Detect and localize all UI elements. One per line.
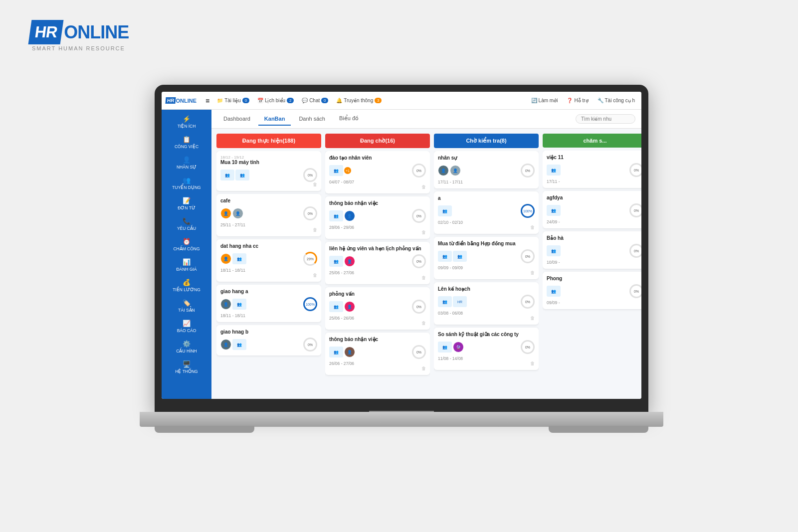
sidebar-item-danh-gia[interactable]: 📊 ĐÁNH GIÁ	[162, 255, 211, 275]
card-delete-btn[interactable]: 🗑	[220, 273, 317, 278]
sidebar-item-cham-cong[interactable]: ⏰ CHẤM CÔNG	[162, 234, 211, 255]
sidebar-item-yeu-cau[interactable]: 📞 YÊU CẦU	[162, 214, 211, 234]
group-icon: 👥	[438, 205, 452, 216]
col-cards-cham-s: việc 11 👥 0% 17/11 -	[543, 151, 641, 394]
group-icon: 👥	[220, 170, 234, 180]
card-title: đào tạo nhân viên	[329, 155, 426, 161]
support-btn[interactable]: ❓ Hỗ trợ	[564, 97, 591, 104]
topbar-truyen-thong[interactable]: 🔔 Truyền thông 3	[334, 97, 384, 104]
screen-bezel: HR ONLINE ≡ 📁 Tài liệu 0 📅 Lịch biểu 2 💬	[155, 85, 648, 414]
tab-kanban[interactable]: KanBan	[258, 113, 291, 126]
topbar-logo-online: ONLINE	[176, 98, 197, 104]
card-agfdya: agfdya 👥 0% 24/09 -	[543, 191, 641, 228]
truyen-thong-badge: 3	[375, 98, 382, 103]
group-icon: 👥	[232, 339, 246, 350]
progress-indicator: 0%	[629, 163, 641, 177]
col-header-cho-kiem-tra: Chờ kiểm tra(8)	[434, 134, 539, 148]
card-date: 25/11 - 27/11	[220, 222, 317, 227]
card-nhan-su: nhân sự 👤 👤 0% 17/11 - 17/11	[434, 151, 539, 188]
group-icon: 👥	[329, 347, 343, 357]
card-avatars: 👥 👤	[329, 347, 355, 357]
sidebar-item-don-tu[interactable]: 📝 ĐƠN TỪ	[162, 193, 211, 214]
card-title: thông báo nhận việc	[329, 337, 426, 342]
tai-lieu-badge: 0	[242, 98, 249, 103]
col-header-dang-cho: Đang chờ(16)	[325, 134, 430, 148]
card-delete-btn[interactable]: 🗑	[438, 225, 535, 230]
tab-bieu-do[interactable]: Biểu đồ	[333, 112, 365, 126]
sidebar-item-he-thong[interactable]: 🖥️ HỆ THỐNG	[162, 357, 211, 377]
card-date: 24/09 -	[547, 219, 641, 224]
card-delete-btn[interactable]: 🗑	[329, 366, 426, 371]
refresh-btn[interactable]: 🔄 Làm mới	[529, 97, 561, 104]
card-thong-bao-2: thông báo nhận việc 👥 👤 0% 26/06 - 2	[325, 333, 430, 375]
tools-btn[interactable]: 🔧 Tài công cụ h	[595, 97, 637, 104]
group-icon: 👥	[232, 253, 246, 264]
card-delete-btn[interactable]: 🗑	[438, 361, 535, 366]
tab-dashboard[interactable]: Dashboard	[217, 113, 256, 126]
card-delete-btn[interactable]: 🗑	[438, 270, 535, 275]
progress-indicator: 0%	[629, 284, 641, 298]
card-avatars: 👤 👥	[220, 339, 246, 350]
card-date: 17/11 -	[547, 179, 641, 184]
kanban-col-dang-thuc-hien: Đang thực hiện(188) 18/12 - 19/12 Mua 10…	[216, 134, 321, 394]
search-input[interactable]	[576, 114, 635, 124]
avatar: 👤	[344, 347, 355, 357]
sidebar-item-tai-san[interactable]: 🏷️ TÀI SẢN	[162, 296, 211, 316]
card-delete-btn[interactable]: 🗑	[329, 230, 426, 235]
sidebar-item-cong-viec[interactable]: 📋 CÔNG VIỆC	[162, 132, 211, 153]
card-avatars: 👥	[547, 165, 561, 176]
calendar-icon: 📅	[257, 98, 263, 103]
card-title: Bảo hà	[547, 235, 641, 241]
sidebar: ⚡ TIỆN ÍCH 📋 CÔNG VIỆC 👤 NHÂN SỰ 👥 TUYỂN…	[162, 110, 211, 399]
logo-hr: HR	[28, 20, 64, 44]
card-delete-btn[interactable]: 🗑	[329, 321, 426, 326]
sidebar-item-bao-cao[interactable]: 📈 BÁO CÁO	[162, 316, 211, 337]
card-bao-ha: Bảo hà 👥 0% 10/09 -	[543, 231, 641, 269]
topbar-lich-bieu[interactable]: 📅 Lịch biểu 2	[255, 97, 296, 104]
sidebar-item-nhan-su[interactable]: 👤 NHÂN SỰ	[162, 153, 211, 173]
group-icon-2: HR	[453, 296, 467, 307]
tuyen-dung-icon: 👥	[183, 177, 191, 184]
card-title: giao hnag b	[220, 329, 317, 335]
card-title: Lên kế hoạch	[438, 286, 535, 292]
chat-icon: 💬	[302, 98, 308, 103]
topbar-tai-lieu[interactable]: 📁 Tài liệu 0	[214, 97, 252, 104]
card-avatars: 👥 👥	[220, 170, 249, 180]
card-delete-btn[interactable]: 🗑	[438, 316, 535, 321]
avatar: 👤	[220, 208, 231, 219]
card-avatars: 👥 👤	[329, 256, 355, 267]
card-delete-btn[interactable]: 🗑	[329, 275, 426, 280]
card-date: 28/06 - 29/06	[329, 225, 426, 230]
progress-indicator: 0%	[412, 300, 426, 314]
app-body: ⚡ TIỆN ÍCH 📋 CÔNG VIỆC 👤 NHÂN SỰ 👥 TUYỂN…	[162, 110, 641, 399]
tab-danh-sach[interactable]: Danh sách	[293, 113, 331, 126]
main-content: Dashboard KanBan Danh sách Biểu đồ Đang …	[211, 110, 641, 399]
chat-badge: 0	[321, 98, 328, 103]
col-header-dang-thuc-hien: Đang thực hiện(188)	[216, 134, 321, 148]
sidebar-item-tien-ich[interactable]: ⚡ TIỆN ÍCH	[162, 112, 211, 132]
card-delete-btn[interactable]: 🗑	[329, 184, 426, 189]
don-tu-icon: 📝	[183, 197, 191, 204]
topbar-chat[interactable]: 💬 Chat 0	[299, 97, 331, 104]
progress-indicator: 0%	[303, 206, 317, 220]
group-icon: 👥	[547, 286, 561, 297]
cong-viec-icon: 📋	[183, 136, 191, 143]
card-avatars: 👥	[438, 205, 452, 216]
avatar: 👤	[220, 253, 231, 264]
card-avatars: 👤 👤	[438, 165, 461, 176]
progress-indicator: 0%	[303, 168, 317, 182]
progress-indicator: 0%	[521, 340, 535, 354]
sidebar-item-cau-hinh[interactable]: ⚙️ CẤU HÌNH	[162, 337, 211, 357]
group-icon: 👥	[438, 251, 452, 262]
topbar-right-actions: 🔄 Làm mới ❓ Hỗ trợ 🔧 Tài công cụ h	[529, 97, 637, 104]
card-title: việc 11	[547, 155, 641, 160]
card-dao-tao: đào tạo nhân viên 👥 +1 0% 04/07 - 08/	[325, 151, 430, 193]
card-delete-btn[interactable]: 🗑	[220, 227, 317, 232]
avatar: 👤	[344, 210, 355, 221]
hamburger-menu[interactable]: ≡	[203, 96, 211, 106]
sidebar-item-tuyen-dung[interactable]: 👥 TUYỂN DỤNG	[162, 173, 211, 193]
group-icon: 👥	[329, 165, 343, 176]
avatar: 👤	[220, 299, 231, 310]
card-delete-btn[interactable]: 🗑	[220, 182, 317, 187]
sidebar-item-tien-luong[interactable]: 💰 TIỀN LƯƠNG	[162, 275, 211, 296]
